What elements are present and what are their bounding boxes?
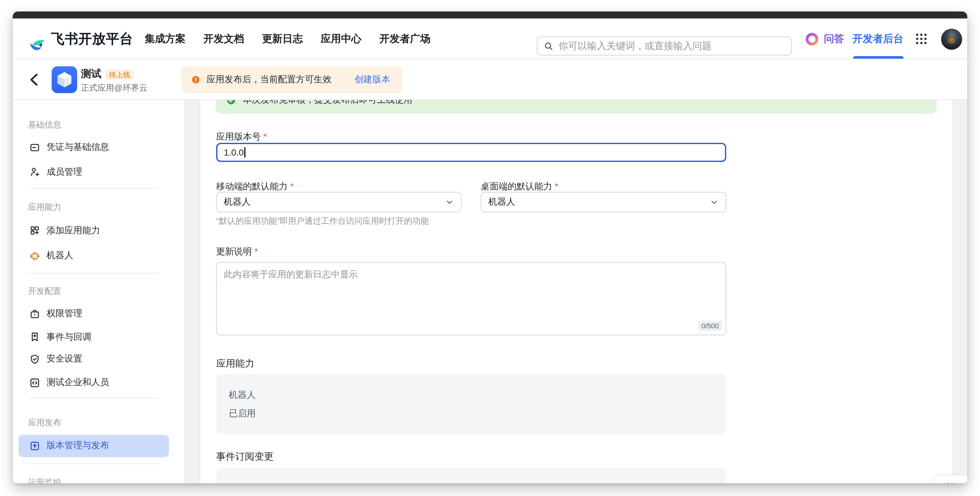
version-label: 应用版本号*	[216, 131, 267, 143]
mobile-capability-select[interactable]: 机器人	[216, 192, 461, 212]
top-nav-items: 集成方案开发文档更新日志应用中心开发者广场	[145, 19, 430, 59]
warning-banner: 应用发布后，当前配置方可生效 创建版本	[181, 66, 402, 93]
sidebar-divider	[28, 188, 159, 189]
event-box	[216, 468, 726, 483]
capability-note: “默认的应用功能”即用户通过工作台访问应用时打开的功能	[216, 216, 429, 227]
id-card-icon	[29, 142, 40, 153]
sidebar-item[interactable]: 事件与回调	[19, 325, 169, 349]
add-capability-icon	[29, 225, 40, 236]
sidebar-item[interactable]: 权限管理	[19, 302, 169, 326]
main-panel: 本次发布免审核，提交发布后即可上线使用 应用版本号* 1.0.0 移动端的默认能…	[200, 100, 953, 483]
sidebar-item[interactable]: 成员管理	[19, 160, 169, 184]
nav-item[interactable]: 应用中心	[321, 32, 361, 46]
sidebar-item-label: 安全设置	[46, 353, 82, 365]
required-asterisk: *	[263, 131, 267, 141]
sidebar-item-label: 凭证与基础信息	[46, 141, 109, 153]
robot-icon	[29, 250, 40, 261]
top-header: 飞书开放平台 集成方案开发文档更新日志应用中心开发者广场 你可以输入关键词，或直…	[13, 19, 967, 59]
sidebar-item-label: 添加应用能力	[46, 225, 100, 236]
sidebar-item-label: 成员管理	[46, 166, 82, 178]
mobile-capability-label: 移动端的默认能力*	[216, 181, 294, 192]
required-asterisk: *	[255, 246, 258, 256]
required-asterisk: *	[290, 181, 294, 191]
back-icon[interactable]	[29, 73, 38, 86]
sidebar-section-title: 开发配置	[28, 285, 61, 297]
sidebar-section-title: 运营监控	[28, 477, 61, 483]
nav-item[interactable]: 开发文档	[204, 32, 244, 46]
capability-section-title: 应用能力	[216, 358, 255, 370]
console-tab-indicator	[853, 56, 904, 59]
status-badge: 待上线	[105, 70, 134, 80]
sidebar-item[interactable]: 添加应用能力	[19, 218, 169, 243]
security-icon	[29, 353, 40, 364]
success-icon	[226, 100, 236, 105]
sidebar-gutter	[184, 100, 200, 483]
create-version-link[interactable]: 创建版本	[355, 74, 390, 86]
event-callback-icon	[29, 332, 40, 342]
char-counter: 0/500	[698, 321, 722, 331]
nav-item[interactable]: 集成方案	[145, 32, 186, 46]
sidebar-section-title: 应用发布	[28, 417, 61, 428]
sidebar-item[interactable]: 凭证与基础信息	[19, 135, 169, 159]
member-add-icon	[29, 166, 40, 177]
capability-status: 已启用	[229, 408, 256, 420]
desktop-capability-select[interactable]: 机器人	[481, 192, 726, 212]
sidebar-item[interactable]: 测试企业和人员	[19, 370, 169, 395]
sidebar-section-title: 基础信息	[28, 119, 61, 131]
qa-ring-icon	[805, 32, 819, 46]
apps-grid-icon[interactable]	[916, 33, 927, 45]
test-org-icon	[29, 377, 40, 388]
version-release-icon	[29, 440, 40, 451]
warning-icon	[191, 75, 200, 84]
page: 飞书开放平台 集成方案开发文档更新日志应用中心开发者广场 你可以输入关键词，或直…	[0, 0, 980, 496]
content-area: 基础信息凭证与基础信息成员管理应用能力添加应用能力机器人开发配置权限管理事件与回…	[13, 100, 967, 483]
qa-entry[interactable]: 问答	[805, 19, 844, 59]
warning-text: 应用发布后，当前配置方可生效	[207, 74, 332, 86]
browser-window: 飞书开放平台 集成方案开发文档更新日志应用中心开发者广场 你可以输入关键词，或直…	[13, 11, 967, 483]
sidebar-item[interactable]: 版本管理与发布	[19, 434, 169, 457]
sidebar-item[interactable]: 机器人	[19, 243, 169, 268]
success-banner: 本次发布免审核，提交发布后即可上线使用	[215, 100, 937, 113]
search-icon	[544, 41, 554, 51]
brand-title[interactable]: 飞书开放平台	[51, 19, 133, 59]
sidebar-item-label: 权限管理	[46, 308, 82, 320]
sidebar-item-label: 事件与回调	[46, 331, 91, 343]
sidebar-divider	[28, 273, 159, 273]
user-avatar[interactable]	[941, 29, 962, 50]
capability-box: 机器人 已启用	[216, 374, 726, 434]
sidebar: 基础信息凭证与基础信息成员管理应用能力添加应用能力机器人开发配置权限管理事件与回…	[13, 100, 184, 483]
app-name: 测试	[81, 68, 101, 81]
version-input[interactable]: 1.0.0	[216, 143, 726, 162]
app-subtitle: 正式应用@环界云	[81, 82, 147, 94]
chevron-down-icon	[710, 198, 719, 207]
sidebar-divider	[28, 397, 159, 398]
search-box[interactable]: 你可以输入关键词，或直接输入问题	[537, 37, 792, 56]
expand-panel-button[interactable]: 展开	[934, 475, 967, 483]
required-asterisk: *	[555, 181, 558, 191]
window-top-bar	[13, 11, 967, 19]
search-placeholder: 你可以输入关键词，或直接输入问题	[558, 40, 711, 52]
sidebar-item-label: 版本管理与发布	[46, 440, 109, 451]
app-bar: 测试 待上线 正式应用@环界云 应用发布后，当前配置方可生效 创建版本	[13, 59, 967, 100]
sidebar-item-label: 机器人	[46, 250, 73, 261]
release-note-label: 更新说明*	[216, 246, 258, 258]
sidebar-section-title: 应用能力	[28, 202, 61, 213]
sidebar-item[interactable]: 安全设置	[19, 347, 169, 371]
nav-item[interactable]: 开发者广场	[379, 32, 430, 46]
sidebar-divider	[28, 463, 159, 464]
chevron-down-icon	[445, 198, 454, 207]
event-section-title: 事件订阅变更	[216, 451, 274, 463]
capability-name: 机器人	[229, 389, 256, 401]
double-chevron-left-icon	[942, 481, 955, 483]
sidebar-item-label: 测试企业和人员	[46, 377, 109, 388]
release-note-textarea[interactable]: 此内容将于应用的更新日志中显示	[216, 262, 726, 335]
nav-item[interactable]: 更新日志	[262, 32, 303, 46]
success-text: 本次发布免审核，提交发布后即可上线使用	[243, 100, 412, 106]
qa-label: 问答	[824, 32, 844, 46]
right-gutter	[953, 100, 967, 483]
permission-icon	[29, 308, 40, 319]
console-tab[interactable]: 开发者后台	[853, 19, 904, 59]
desktop-capability-label: 桌面端的默认能力*	[481, 181, 558, 192]
app-icon	[52, 66, 77, 93]
feishu-logo-icon	[29, 38, 47, 54]
